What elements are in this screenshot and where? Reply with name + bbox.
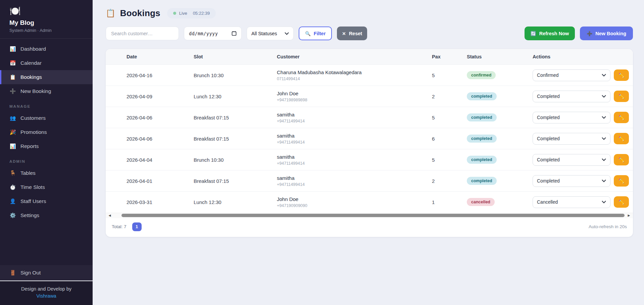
sidebar-item-bookings[interactable]: 📋 Bookings xyxy=(0,70,93,84)
search-input[interactable] xyxy=(106,27,179,40)
pax-count: 5 xyxy=(428,149,463,170)
booking-date: 2026-04-16 xyxy=(106,65,190,86)
sidebar-item-label: Reports xyxy=(20,143,39,149)
new-booking-button[interactable]: ➕ New Booking xyxy=(580,27,633,40)
section-label-manage: MANAGE xyxy=(0,98,93,111)
bookings-table-card: Date Slot Customer Pax Status Actions 20… xyxy=(106,49,633,237)
sidebar-item-label: Staff Users xyxy=(20,198,46,204)
refresh-now-button[interactable]: 🔄 Refresh Now xyxy=(525,27,575,40)
party-icon: 🎉 xyxy=(9,129,16,135)
booking-slot: Breakfast 07:15 xyxy=(190,170,273,192)
sidebar-item-dashboard[interactable]: 📊 Dashboard xyxy=(0,42,93,56)
pencil-icon: ✏️ xyxy=(618,115,624,120)
restaurant-logo-icon: 🍽️ xyxy=(9,7,83,16)
clipboard-icon: 📋 xyxy=(106,9,115,18)
pencil-icon: ✏️ xyxy=(618,136,624,141)
sidebar-item-label: Time Slots xyxy=(20,184,45,190)
scroll-left-arrow[interactable]: ◀ xyxy=(107,214,112,217)
row-status-select[interactable]: Cancelled xyxy=(533,196,610,208)
sidebar-item-new-booking[interactable]: ➕ New Booking xyxy=(0,84,93,98)
customer-phone: +947190909090 xyxy=(277,203,424,208)
customer-name: John Doe xyxy=(277,196,424,202)
sidebar-item-staff-users[interactable]: 👤 Staff Users xyxy=(0,194,93,208)
edit-button[interactable]: ✏️ xyxy=(614,112,629,123)
horizontal-scrollbar[interactable]: ◀ ▶ xyxy=(106,213,633,218)
sidebar-item-label: Bookings xyxy=(20,74,42,80)
sidebar: 🍽️ My Blog System Admin · Admin 📊 Dashbo… xyxy=(0,0,93,305)
edit-button[interactable]: ✏️ xyxy=(614,175,629,187)
pencil-icon: ✏️ xyxy=(618,72,624,78)
refresh-icon: 🔄 xyxy=(531,31,536,36)
pencil-icon: ✏️ xyxy=(618,157,624,162)
page-1-button[interactable]: 1 xyxy=(132,222,142,231)
row-status-select[interactable]: Completed xyxy=(533,112,610,123)
status-filter-select[interactable]: All Statuses xyxy=(247,27,294,40)
reset-button[interactable]: ✕ Reset xyxy=(337,27,367,40)
person-icon: 👤 xyxy=(9,198,16,204)
pax-count: 2 xyxy=(428,170,463,192)
edit-button[interactable]: ✏️ xyxy=(614,154,629,165)
sidebar-item-calendar[interactable]: 📅 Calendar xyxy=(0,56,93,70)
filter-button[interactable]: 🔍 Filter xyxy=(299,27,332,40)
sign-out-label: Sign Out xyxy=(20,270,41,276)
row-status-select-value: Confirmed xyxy=(537,72,559,78)
table-row: 2026-04-09 Lunch 12:30 John Doe +9471989… xyxy=(106,86,633,107)
col-header-customer: Customer xyxy=(273,49,428,65)
scroll-right-arrow[interactable]: ▶ xyxy=(627,214,631,217)
chevron-down-icon xyxy=(602,201,606,203)
scrollbar-thumb[interactable] xyxy=(121,214,625,217)
row-status-select[interactable]: Completed xyxy=(533,175,610,187)
sidebar-item-promotions[interactable]: 🎉 Promotions xyxy=(0,125,93,139)
date-input[interactable]: dd/mm/yyyy xyxy=(184,27,242,40)
table-row: 2026-04-06 Breakfast 07:15 samitha +9471… xyxy=(106,128,633,149)
booking-slot: Brunch 10:30 xyxy=(190,149,273,170)
sidebar-item-customers[interactable]: 👥 Customers xyxy=(0,111,93,125)
edit-button[interactable]: ✏️ xyxy=(614,69,629,81)
sign-out-button[interactable]: 🚪 Sign Out xyxy=(0,265,93,281)
booking-slot: Lunch 12:30 xyxy=(190,86,273,107)
status-badge: completed xyxy=(467,135,497,143)
reset-button-label: Reset xyxy=(349,31,362,36)
row-status-select-value: Completed xyxy=(537,115,560,120)
brand-name: My Blog xyxy=(9,19,83,27)
sidebar-item-label: Customers xyxy=(20,115,46,121)
status-badge: cancelled xyxy=(467,198,495,206)
edit-button[interactable]: ✏️ xyxy=(614,133,629,144)
customer-phone: +94711499414 xyxy=(277,161,424,166)
customer-phone: +947198989898 xyxy=(277,98,424,102)
sidebar-item-reports[interactable]: 📊 Reports xyxy=(0,139,93,153)
sidebar-item-settings[interactable]: ⚙️ Settings xyxy=(0,208,93,222)
row-status-select-value: Completed xyxy=(537,136,560,141)
edit-button[interactable]: ✏️ xyxy=(614,91,629,102)
table-footer: Total: 7 1 Auto-refresh in 20s xyxy=(106,218,633,237)
booking-slot: Breakfast 07:15 xyxy=(190,128,273,149)
brand-block: 🍽️ My Blog System Admin · Admin xyxy=(0,0,93,39)
col-header-status: Status xyxy=(463,49,529,65)
customer-name: samitha xyxy=(277,154,424,160)
credit-text: Design and Develop by xyxy=(3,286,89,293)
customer-name: Charuna Madubasha Kotawalagedara xyxy=(277,69,424,75)
main-content: 📋 Bookings Live 05:22:39 dd/mm/yyyy All xyxy=(93,0,644,305)
credit-footer: Design and Develop by Vishrawa xyxy=(0,281,93,305)
edit-button[interactable]: ✏️ xyxy=(614,196,629,208)
col-header-date: Date xyxy=(106,49,190,65)
row-status-select[interactable]: Completed xyxy=(533,91,610,102)
customer-name: samitha xyxy=(277,175,424,181)
pax-count: 6 xyxy=(428,128,463,149)
row-status-select[interactable]: Completed xyxy=(533,133,610,145)
gear-icon: ⚙️ xyxy=(9,212,16,218)
credit-link[interactable]: Vishrawa xyxy=(36,293,56,299)
close-icon: ✕ xyxy=(342,31,346,36)
plus-icon: ➕ xyxy=(9,88,16,94)
row-status-select[interactable]: Confirmed xyxy=(533,69,610,81)
sidebar-item-time-slots[interactable]: ⏱️ Time Slots xyxy=(0,180,93,194)
date-placeholder: dd/mm/yyyy xyxy=(189,31,218,36)
sidebar-item-tables[interactable]: 🪑 Tables xyxy=(0,166,93,180)
new-booking-button-label: New Booking xyxy=(595,31,626,36)
row-status-select[interactable]: Completed xyxy=(533,154,610,166)
customer-phone: 0711499414 xyxy=(277,77,424,81)
status-badge: completed xyxy=(467,113,497,121)
scrollbar-track[interactable] xyxy=(112,214,627,217)
pax-count: 2 xyxy=(428,86,463,107)
filter-button-label: Filter xyxy=(314,31,326,36)
